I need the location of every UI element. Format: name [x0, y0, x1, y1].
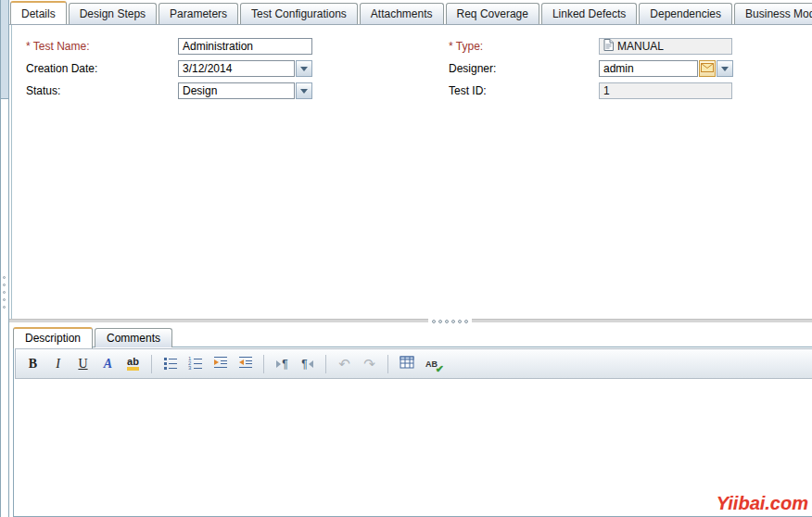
details-form-panel: * Test Name: Creation Date: 3/12/2014 St…: [11, 25, 812, 320]
status-value[interactable]: Design: [178, 82, 295, 99]
creation-date-combo[interactable]: 3/12/2014: [178, 60, 312, 77]
tab-req-coverage[interactable]: Req Coverage: [446, 3, 539, 24]
left-to-right-button[interactable]: ¶: [271, 352, 294, 375]
description-editor-panel: B I U A ab 123: [13, 347, 812, 517]
test-id-label: Test ID:: [449, 84, 487, 97]
tab-description[interactable]: Description: [13, 327, 93, 348]
highlight-icon: ab: [127, 357, 139, 371]
bullet-list-button[interactable]: [159, 352, 182, 375]
toolbar-separator: [263, 355, 264, 373]
tab-dependencies[interactable]: Dependencies: [639, 3, 732, 24]
tab-comments[interactable]: Comments: [95, 328, 172, 347]
undo-icon: ↶: [338, 356, 350, 372]
creation-date-value[interactable]: 3/12/2014: [178, 60, 295, 77]
font-color-button[interactable]: A: [96, 352, 120, 375]
tab-design-steps[interactable]: Design Steps: [69, 3, 157, 24]
chevron-down-icon: [300, 67, 308, 71]
font-color-icon: A: [104, 357, 112, 372]
test-id-field: 1: [599, 82, 732, 99]
numbered-list-icon: 123: [188, 355, 203, 373]
svg-text:3: 3: [188, 365, 192, 370]
horizontal-splitter-grip[interactable]: [428, 317, 472, 325]
tab-linked-defects[interactable]: Linked Defects: [541, 3, 637, 24]
tab-parameters[interactable]: Parameters: [159, 3, 238, 24]
insert-table-button[interactable]: [395, 352, 418, 375]
indent-button[interactable]: [209, 352, 232, 375]
bullet-list-icon: [163, 355, 178, 373]
left-splitter-bar[interactable]: [0, 0, 9, 517]
undo-button[interactable]: ↶: [333, 352, 356, 375]
bold-button[interactable]: B: [21, 352, 44, 375]
creation-date-dropdown-button[interactable]: [296, 60, 312, 77]
status-combo[interactable]: Design: [178, 82, 312, 99]
outdent-button[interactable]: [234, 352, 257, 375]
italic-button[interactable]: I: [46, 352, 70, 375]
creation-date-label: Creation Date:: [26, 62, 97, 75]
underline-icon: U: [78, 357, 87, 372]
designer-dropdown-button[interactable]: [717, 60, 733, 77]
tab-business-models-linkage[interactable]: Business Models Linkage: [734, 3, 812, 24]
outdent-icon: [238, 355, 253, 373]
rich-text-tabbar: Description Comments: [13, 326, 174, 347]
designer-combo[interactable]: [599, 60, 733, 77]
tab-attachments[interactable]: Attachments: [360, 3, 444, 24]
right-to-left-button[interactable]: ¶: [296, 352, 319, 375]
spell-check-button[interactable]: AB✔: [420, 352, 443, 375]
chevron-down-icon: [721, 67, 729, 71]
type-label: * Type:: [449, 40, 483, 53]
indent-icon: [213, 355, 228, 373]
toolbar-separator: [387, 355, 388, 373]
test-details-screen: Details Design Steps Parameters Test Con…: [0, 0, 812, 517]
horizontal-splitter[interactable]: [9, 319, 812, 322]
description-text-area[interactable]: [15, 380, 812, 516]
status-label: Status:: [26, 84, 60, 97]
test-name-input[interactable]: [178, 38, 312, 55]
rtl-paragraph-icon: ¶: [301, 358, 312, 371]
toolbar-separator: [151, 355, 152, 373]
vertical-splitter-grip[interactable]: [3, 276, 6, 309]
tab-test-configurations[interactable]: Test Configurations: [240, 3, 358, 24]
bold-icon: B: [29, 357, 37, 372]
designer-input[interactable]: [599, 60, 698, 77]
chevron-down-icon: [300, 89, 308, 94]
underline-button[interactable]: U: [71, 352, 95, 375]
module-tabbar: Details Design Steps Parameters Test Con…: [9, 0, 812, 25]
test-id-value: 1: [603, 84, 610, 97]
type-value: MANUAL: [617, 40, 664, 53]
test-name-label: * Test Name:: [26, 40, 89, 53]
numbered-list-button[interactable]: 123: [184, 352, 207, 375]
document-icon: [603, 39, 614, 54]
redo-button[interactable]: ↷: [358, 352, 381, 375]
status-dropdown-button[interactable]: [296, 82, 312, 99]
rich-text-toolbar: B I U A ab 123: [15, 348, 812, 379]
mail-icon: [701, 62, 714, 75]
send-mail-button[interactable]: [699, 60, 716, 77]
table-icon: [400, 355, 414, 373]
highlight-button[interactable]: ab: [121, 352, 145, 375]
spell-check-icon: AB✔: [425, 359, 438, 369]
watermark: Yiibai.com: [717, 493, 808, 514]
ltr-paragraph-icon: ¶: [276, 358, 287, 371]
left-splitter-top-segment: [1, 0, 8, 99]
designer-label: Designer:: [449, 62, 496, 75]
type-field: MANUAL: [599, 38, 732, 55]
tab-details[interactable]: Details: [10, 1, 67, 25]
toolbar-separator: [325, 355, 326, 373]
redo-icon: ↷: [363, 356, 375, 372]
italic-icon: I: [56, 357, 60, 372]
